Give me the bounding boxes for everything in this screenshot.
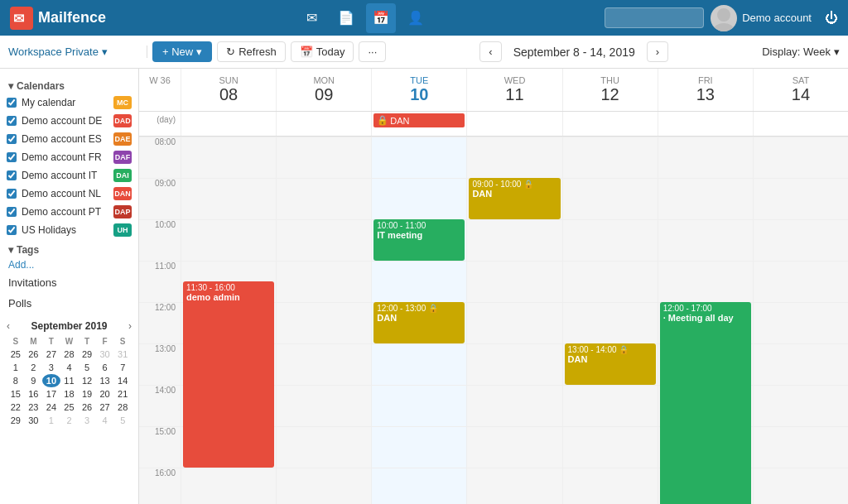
- day-cell[interactable]: [658, 178, 753, 219]
- day-col-tue[interactable]: 10:00 - 11:00IT meeting12:00 - 13:00 🔒DA…: [371, 137, 466, 504]
- day-cell[interactable]: [754, 302, 848, 343]
- day-cell[interactable]: [467, 468, 561, 504]
- day-cell[interactable]: [754, 426, 848, 468]
- calendar-event[interactable]: 12:00 - 17:00· Meeting all day: [660, 302, 751, 504]
- day-cell[interactable]: [277, 219, 371, 261]
- day-cell[interactable]: [181, 468, 276, 504]
- mini-cal-day[interactable]: 22: [7, 401, 25, 414]
- nav-email-icon[interactable]: ✉: [296, 3, 326, 33]
- day-cell[interactable]: [754, 137, 848, 178]
- calendar-event[interactable]: 12:00 - 13:00 🔒DAN: [373, 302, 465, 343]
- calendar-event[interactable]: 13:00 - 14:00 🔒DAN: [565, 343, 656, 385]
- mini-cal-day[interactable]: 1: [7, 361, 25, 374]
- mini-cal-day[interactable]: 25: [60, 401, 79, 414]
- mini-cal-day[interactable]: 28: [60, 348, 79, 361]
- more-button[interactable]: ···: [359, 41, 386, 62]
- mini-cal-day[interactable]: 3: [78, 414, 96, 427]
- cal-daf-checkbox[interactable]: [7, 152, 17, 162]
- mini-cal-day[interactable]: 1: [42, 414, 60, 427]
- day-cell[interactable]: [658, 137, 753, 178]
- cal-dap-item[interactable]: Demo account PT DAP: [0, 203, 138, 221]
- cal-dai-item[interactable]: Demo account IT DAI: [0, 166, 138, 185]
- cal-dad-checkbox[interactable]: [7, 116, 17, 126]
- day-cell[interactable]: [658, 219, 753, 261]
- day-cell[interactable]: [754, 178, 848, 219]
- day-cell[interactable]: [467, 137, 561, 178]
- mini-cal-day[interactable]: 24: [42, 401, 60, 414]
- mini-cal-day[interactable]: 6: [96, 361, 114, 374]
- my-calendar-checkbox[interactable]: [7, 98, 17, 108]
- calendar-event[interactable]: 11:30 - 16:00demo admin: [183, 281, 274, 468]
- mini-cal-day[interactable]: 30: [96, 348, 114, 361]
- my-calendar-item[interactable]: My calendar MC: [0, 94, 138, 112]
- day-cell[interactable]: [563, 178, 658, 219]
- nav-contacts-icon[interactable]: 👤: [401, 3, 431, 33]
- mini-cal-day[interactable]: 11: [60, 374, 79, 387]
- mini-cal-day[interactable]: 31: [113, 348, 132, 361]
- mini-cal-day[interactable]: 3: [42, 361, 60, 374]
- day-cell[interactable]: [372, 178, 466, 219]
- day-cell[interactable]: [467, 385, 561, 426]
- mini-cal-day[interactable]: 12: [78, 374, 96, 387]
- day-cell[interactable]: [181, 137, 276, 178]
- day-cell[interactable]: [467, 343, 561, 385]
- day-cell[interactable]: [372, 137, 466, 178]
- mini-cal-day[interactable]: 29: [7, 414, 25, 427]
- calendar-event[interactable]: 10:00 - 11:00IT meeting: [373, 219, 465, 261]
- mini-cal-day[interactable]: 27: [42, 348, 60, 361]
- mini-cal-day[interactable]: 27: [96, 401, 114, 414]
- cal-uh-checkbox[interactable]: [7, 225, 17, 235]
- day-cell[interactable]: [372, 468, 466, 504]
- day-col-fri[interactable]: 12:00 - 17:00· Meeting all day: [658, 137, 753, 504]
- day-cell[interactable]: [754, 468, 848, 504]
- day-cell[interactable]: [372, 385, 466, 426]
- polls-link[interactable]: Polls: [0, 293, 138, 314]
- cal-dan-checkbox[interactable]: [7, 189, 17, 199]
- all-day-event-dan[interactable]: 🔒 DAN: [373, 113, 465, 127]
- day-cell[interactable]: [181, 219, 276, 261]
- mini-cal-day[interactable]: 4: [96, 414, 114, 427]
- mini-cal-day[interactable]: 13: [96, 374, 114, 387]
- mini-cal-day[interactable]: 2: [60, 414, 79, 427]
- day-cell[interactable]: [277, 261, 371, 302]
- cal-uh-item[interactable]: US Holidays UH: [0, 221, 138, 239]
- mini-cal-day[interactable]: 19: [78, 387, 96, 401]
- mini-cal-day[interactable]: 30: [25, 414, 43, 427]
- refresh-button[interactable]: ↻ Refresh: [217, 41, 286, 62]
- day-cell[interactable]: [563, 261, 658, 302]
- calendar-event[interactable]: 09:00 - 10:00 🔒DAN: [469, 178, 560, 219]
- day-cell[interactable]: [563, 468, 658, 504]
- day-col-sat[interactable]: [753, 137, 848, 504]
- cal-dai-checkbox[interactable]: [7, 170, 17, 180]
- mini-cal-day[interactable]: 29: [78, 348, 96, 361]
- cal-dan-item[interactable]: Demo account NL DAN: [0, 185, 138, 203]
- today-button[interactable]: 📅 Today: [291, 41, 354, 62]
- day-col-wed[interactable]: 09:00 - 10:00 🔒DAN18:00 - 19:00· Sales m…: [466, 137, 561, 504]
- cal-dad-item[interactable]: Demo account DE DAD: [0, 112, 138, 130]
- prev-week-button[interactable]: ‹: [479, 41, 501, 62]
- mini-cal-day[interactable]: 18: [60, 387, 79, 401]
- power-icon[interactable]: ⏻: [825, 11, 838, 26]
- day-cell[interactable]: [754, 219, 848, 261]
- all-day-sun[interactable]: [181, 112, 276, 136]
- all-day-fri[interactable]: [658, 112, 753, 136]
- day-col-thu[interactable]: 13:00 - 14:00 🔒DAN: [562, 137, 658, 504]
- all-day-tue[interactable]: 🔒 DAN: [371, 112, 466, 136]
- all-day-mon[interactable]: [276, 112, 371, 136]
- all-day-sat[interactable]: [753, 112, 848, 136]
- new-button[interactable]: + New ▾: [152, 41, 212, 62]
- day-cell[interactable]: [563, 219, 658, 261]
- cal-dae-checkbox[interactable]: [7, 134, 17, 144]
- day-cell[interactable]: [277, 426, 371, 468]
- day-cell[interactable]: [181, 178, 276, 219]
- mini-cal-day[interactable]: 14: [113, 374, 132, 387]
- mini-cal-day[interactable]: 15: [7, 387, 25, 401]
- mini-cal-day[interactable]: 10: [42, 374, 60, 387]
- mini-cal-day[interactable]: 8: [7, 374, 25, 387]
- day-cell[interactable]: [277, 178, 371, 219]
- day-cell[interactable]: [754, 343, 848, 385]
- mini-cal-day[interactable]: 4: [60, 361, 79, 374]
- mini-cal-day[interactable]: 21: [113, 387, 132, 401]
- search-input[interactable]: [605, 7, 704, 28]
- day-cell[interactable]: [277, 137, 371, 178]
